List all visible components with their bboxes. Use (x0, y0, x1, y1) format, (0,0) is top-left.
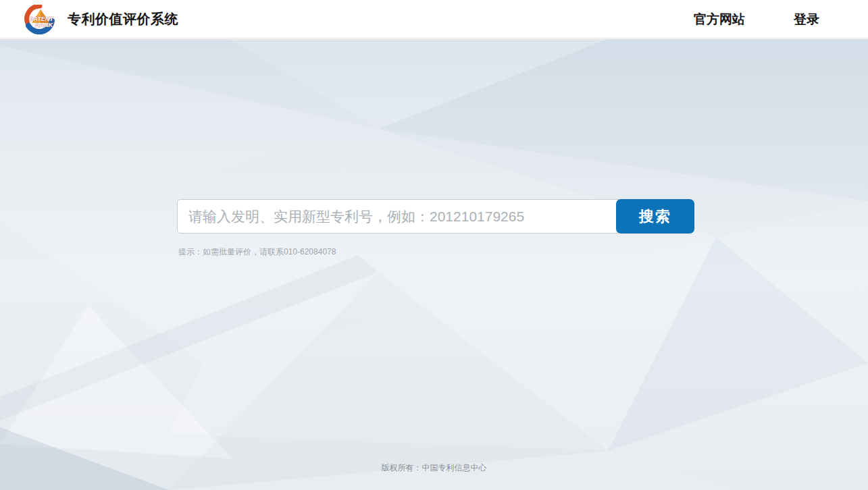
svg-text:RANK: RANK (35, 22, 53, 28)
search-bar: 搜索 (177, 199, 694, 234)
nav-official-website-link[interactable]: 官方网站 (694, 11, 745, 28)
copyright-text: 版权所有：中国专利信息中心 (0, 462, 868, 474)
patent-rank-logo[interactable]: PATENT RANK (24, 5, 55, 34)
lowpoly-background (0, 39, 868, 490)
header: PATENT RANK 专利价值评价系统 官方网站 登录 (0, 0, 868, 38)
patent-rank-logo-icon: PATENT RANK (24, 5, 55, 34)
batch-evaluation-hint: 提示：如需批量评价，请联系010-62084078 (178, 246, 336, 258)
patent-number-search-input[interactable] (177, 199, 621, 234)
page-title: 专利价值评价系统 (68, 0, 178, 38)
main-area: 搜索 提示：如需批量评价，请联系010-62084078 版权所有：中国专利信息… (0, 39, 868, 490)
nav-login-link[interactable]: 登录 (794, 11, 819, 28)
header-nav: 官方网站 登录 (694, 0, 868, 38)
search-button[interactable]: 搜索 (616, 199, 694, 234)
page: PATENT RANK 专利价值评价系统 官方网站 登录 (0, 0, 868, 490)
